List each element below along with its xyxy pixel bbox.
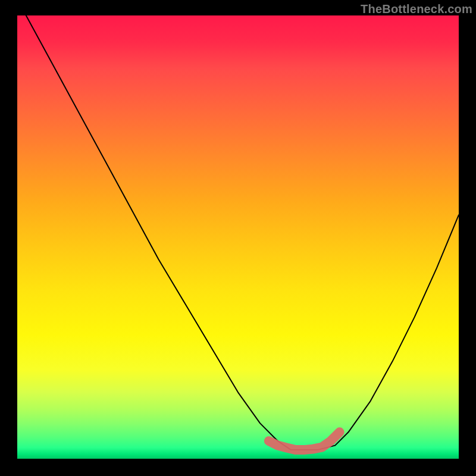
optimum-marker [269, 432, 340, 450]
watermark-label: TheBottleneck.com [361, 2, 472, 16]
plot-area [17, 15, 459, 459]
bottleneck-curve [26, 15, 459, 450]
chart-canvas: TheBottleneck.com [0, 0, 476, 476]
chart-overlay [17, 15, 459, 459]
